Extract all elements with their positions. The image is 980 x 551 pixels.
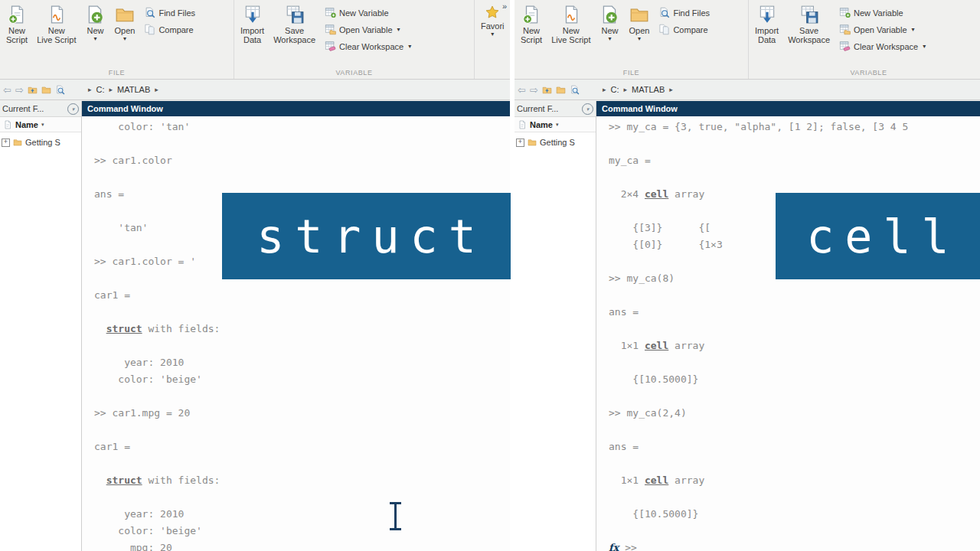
command-window-output-right[interactable]: >> my_ca = {3, true, "alpha", [1 2]; fal… [596, 116, 980, 551]
breadcrumb-separator-icon: ▸ [88, 86, 92, 93]
breadcrumb-separator-icon: ▸ [624, 86, 628, 93]
chevron-down-icon: ▾ [923, 43, 926, 50]
panel-menu-icon[interactable]: ▾ [67, 103, 79, 115]
current-folder-title: Current F... [517, 104, 558, 113]
console-line [609, 523, 980, 540]
console-line: 1×1 cell array [609, 337, 980, 354]
clear-workspace-button[interactable]: Clear Workspace ▾ [325, 41, 411, 52]
breadcrumb-segment-drive[interactable]: C: [96, 85, 105, 94]
command-window-output-left[interactable]: color: 'tan' >> car1.color ans = 'tan' >… [82, 116, 510, 551]
console-line: car1 = [94, 439, 510, 455]
console-line [94, 489, 510, 506]
up-folder-icon[interactable] [28, 85, 38, 95]
new-live-script-label-2: Live Script [551, 35, 590, 44]
find-files-button[interactable]: Find Files [658, 7, 710, 18]
browse-folder-icon[interactable] [41, 85, 51, 95]
struct-banner-text: struct [256, 210, 487, 263]
current-folder-path[interactable]: ▸ C: ▸ MATLAB ▸ [596, 85, 980, 94]
command-window: Command Window >> my_ca = {3, true, "alp… [596, 101, 980, 551]
new-live-script-label-1: New [48, 26, 65, 35]
import-data-button[interactable]: Import Data [750, 2, 783, 44]
import-data-label-1: Import [240, 26, 264, 35]
breadcrumb-segment-drive[interactable]: C: [611, 85, 619, 94]
ribbon-overflow-icon[interactable]: » [502, 2, 507, 11]
text-cursor-ibeam [390, 502, 401, 530]
back-button[interactable]: ⇦ [3, 85, 11, 95]
compare-icon [144, 24, 155, 35]
new-script-label-2: Script [6, 35, 28, 44]
panel-menu-icon[interactable]: ▾ [582, 103, 593, 115]
find-files-icon [144, 7, 155, 18]
compare-button[interactable]: Compare [144, 24, 195, 35]
search-folder-icon[interactable] [55, 85, 65, 95]
save-workspace-label-1: Save [799, 26, 818, 35]
chevron-down-icon: ▾ [638, 35, 641, 42]
new-live-script-label-1: New [563, 26, 580, 35]
open-variable-icon [839, 24, 851, 35]
save-workspace-label-2: Workspace [788, 35, 830, 44]
new-button[interactable]: New ▾ [80, 2, 109, 42]
forward-button[interactable]: ⇨ [15, 85, 24, 95]
up-folder-icon[interactable] [542, 85, 552, 95]
chevron-down-icon: ▾ [93, 35, 96, 42]
expand-icon[interactable]: + [516, 139, 524, 147]
current-folder-path[interactable]: ▸ C: ▸ MATLAB ▸ [82, 85, 510, 94]
open-label: Open [114, 26, 135, 35]
folder-icon [13, 138, 22, 147]
favorites-icon [485, 5, 500, 20]
open-button[interactable]: Open ▾ [624, 2, 654, 42]
console-line [609, 422, 980, 439]
open-variable-label: Open Variable [339, 25, 393, 34]
chevron-down-icon: ▾ [608, 35, 611, 42]
save-workspace-button[interactable]: Save Workspace [783, 2, 835, 44]
console-line [94, 388, 510, 405]
breadcrumb-segment-folder[interactable]: MATLAB [632, 85, 665, 94]
console-line: color: 'beige' [94, 371, 510, 388]
compare-button[interactable]: Compare [658, 24, 710, 35]
new-variable-button[interactable]: New Variable [325, 7, 411, 18]
name-column-header[interactable]: Name [530, 120, 553, 129]
import-data-button[interactable]: Import Data [236, 2, 269, 44]
ribbon-group-code-partial: » Favori ▾ [475, 0, 510, 79]
forward-button[interactable]: ⇨ [530, 85, 538, 95]
new-script-icon [521, 5, 541, 24]
compare-icon [658, 24, 670, 35]
new-live-script-button[interactable]: New Live Script [547, 2, 595, 44]
browse-folder-icon[interactable] [556, 85, 566, 95]
clear-workspace-button[interactable]: Clear Workspace ▾ [839, 41, 926, 52]
expand-icon[interactable]: + [2, 139, 10, 147]
command-window-header[interactable]: Command Window [596, 101, 980, 116]
console-line [94, 169, 510, 186]
console-line: year: 2010 [94, 506, 510, 523]
import-data-icon [757, 5, 777, 24]
console-line: car1 = [94, 287, 510, 304]
file-icon [518, 120, 527, 129]
find-files-label: Find Files [673, 8, 710, 18]
folder-item-getting-started[interactable]: + Getting S [0, 136, 81, 148]
cell-banner-text: cell [806, 210, 960, 263]
search-folder-icon[interactable] [570, 85, 580, 95]
new-button[interactable]: New ▾ [595, 2, 624, 42]
console-line: 1×1 cell array [609, 472, 980, 489]
new-live-script-button[interactable]: New Live Script [32, 2, 80, 44]
name-column-header[interactable]: Name [15, 120, 38, 129]
clear-workspace-icon [325, 41, 336, 52]
command-window-header[interactable]: Command Window [82, 101, 510, 116]
save-workspace-button[interactable]: Save Workspace [269, 2, 320, 44]
new-script-button[interactable]: New Script [516, 2, 547, 44]
open-button[interactable]: Open ▾ [109, 2, 139, 42]
breadcrumb-segment-folder[interactable]: MATLAB [117, 85, 150, 94]
new-variable-button[interactable]: New Variable [839, 7, 926, 18]
console-line: ans = [609, 439, 980, 455]
current-folder-title: Current F... [2, 104, 44, 113]
folder-item-getting-started[interactable]: + Getting S [514, 136, 596, 148]
find-files-button[interactable]: Find Files [144, 7, 195, 18]
variable-section-label: VARIABLE [750, 69, 980, 79]
open-variable-button[interactable]: Open Variable ▾ [325, 24, 411, 35]
console-line: struct with fields: [94, 321, 510, 337]
console-line: mpg: 20 [94, 540, 510, 551]
open-variable-button[interactable]: Open Variable ▾ [839, 24, 926, 35]
console-line [609, 287, 980, 304]
new-script-button[interactable]: New Script [2, 2, 32, 44]
back-button[interactable]: ⇦ [518, 85, 526, 95]
